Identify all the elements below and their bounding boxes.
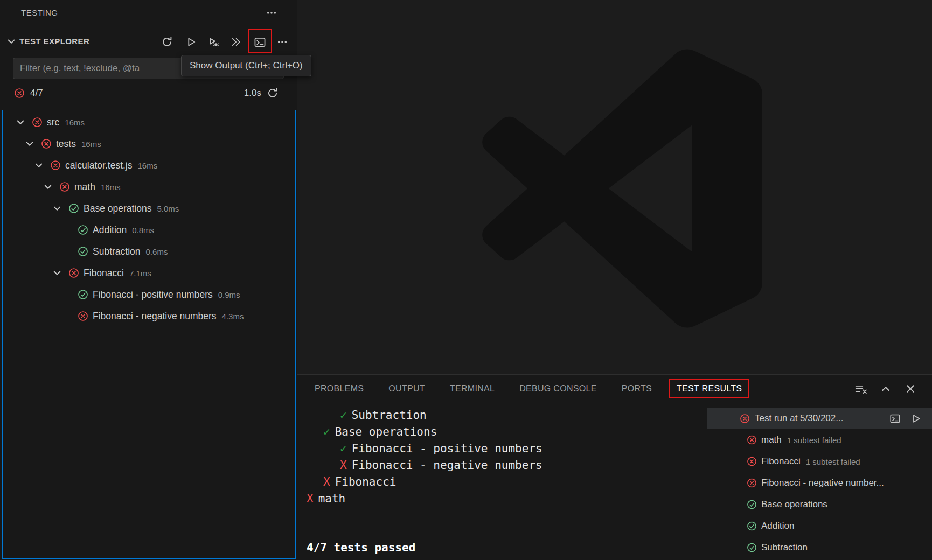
result-label: Fibonacci - negative number... — [761, 478, 884, 488]
test-duration: 16ms — [101, 183, 121, 192]
tab-debug-console[interactable]: DEBUG CONSOLE — [512, 379, 604, 398]
test-label: Fibonacci - positive numbers — [93, 289, 213, 300]
test-status-icon — [78, 289, 88, 300]
test-status-icon — [747, 478, 757, 488]
test-status-icon — [740, 414, 750, 424]
test-label: calculator.test.js — [65, 160, 133, 171]
test-summary: 4/7 tests passed — [307, 540, 542, 556]
annotation-box-show-output — [248, 29, 272, 53]
more-actions-icon[interactable] — [275, 34, 290, 50]
chevron-down-icon[interactable] — [50, 266, 64, 280]
test-status-icon — [41, 138, 52, 149]
result-list-item[interactable]: Addition — [707, 515, 932, 537]
result-list-item[interactable]: math 1 subtest failed — [707, 429, 932, 451]
test-tree-item[interactable]: Subtraction 0.6ms — [3, 241, 295, 262]
test-status-icon — [747, 435, 757, 445]
output-line: XFibonacci — [307, 474, 542, 491]
test-label: Base operations — [84, 203, 151, 214]
testing-sidebar: TESTING TEST EXPLORER 4/7 1.0s — [0, 0, 297, 560]
output-line: ✓Fibonacci - positive numbers — [307, 440, 542, 457]
failed-tests-icon — [14, 88, 25, 99]
result-detail: 1 subtest failed — [806, 457, 860, 466]
vscode-logo — [482, 48, 762, 328]
test-tree-item[interactable]: Base operations 5.0ms — [3, 198, 295, 219]
tab-terminal[interactable]: TERMINAL — [442, 379, 502, 398]
test-duration: 16ms — [65, 118, 85, 127]
test-status-icon — [747, 521, 757, 531]
vscode-window: { "colors": { "pass": "#73c991", "fail":… — [0, 0, 932, 560]
rerun-icon[interactable] — [267, 87, 279, 99]
test-tree-item[interactable]: Addition 0.8ms — [3, 219, 295, 241]
result-mark: ✓ — [340, 409, 347, 422]
chevron-down-icon[interactable] — [50, 201, 64, 215]
chevron-down-icon[interactable] — [13, 115, 27, 129]
output-line: ✓Subtraction — [307, 407, 542, 424]
test-status-icon — [78, 311, 88, 321]
test-label: tests — [56, 138, 76, 150]
test-tree-item[interactable]: Fibonacci - negative numbers 4.3ms — [3, 305, 295, 327]
refresh-tests-icon[interactable] — [159, 34, 175, 50]
test-tree-item[interactable]: Fibonacci - positive numbers 0.9ms — [3, 284, 295, 305]
tab-test-results[interactable]: TEST RESULTS — [669, 379, 749, 398]
close-panel-icon[interactable] — [903, 381, 918, 396]
result-label: Subtraction — [761, 542, 808, 553]
run-duration: 1.0s — [244, 88, 261, 99]
tab-ports[interactable]: PORTS — [614, 379, 659, 398]
tab-problems[interactable]: PROBLEMS — [307, 379, 371, 398]
test-status-icon — [747, 457, 757, 467]
test-label: Fibonacci — [84, 268, 124, 279]
test-tree-item[interactable]: tests 16ms — [3, 133, 295, 155]
panel-actions — [853, 381, 918, 396]
editor-area — [297, 0, 932, 374]
tab-output[interactable]: OUTPUT — [381, 379, 433, 398]
test-duration: 5.0ms — [157, 204, 179, 213]
test-status-icon — [78, 225, 88, 235]
result-mark: ✓ — [340, 442, 347, 455]
test-tree-item[interactable]: Fibonacci 7.1ms — [3, 262, 295, 284]
test-duration: 7.1ms — [129, 269, 151, 278]
section-chevron-down-icon[interactable] — [4, 34, 18, 48]
test-output: ✓Subtraction✓Base operations✓Fibonacci -… — [307, 403, 542, 556]
result-label: Addition — [761, 521, 794, 531]
chevron-down-icon[interactable] — [23, 137, 37, 151]
test-status-icon — [68, 203, 79, 214]
test-tree-item[interactable]: calculator.test.js 16ms — [3, 155, 295, 176]
test-duration: 4.3ms — [222, 312, 244, 321]
run-with-coverage-icon[interactable] — [228, 34, 244, 50]
test-status-icon — [50, 160, 61, 171]
result-mark: ✓ — [323, 425, 330, 438]
result-list-item[interactable]: Base operations — [707, 494, 932, 515]
clear-results-icon[interactable] — [853, 381, 868, 396]
test-tree-item[interactable]: src 16ms — [3, 111, 295, 133]
rerun-tests-icon[interactable] — [909, 412, 921, 424]
result-mark: X — [307, 492, 314, 505]
result-list-item[interactable]: Subtraction — [707, 537, 932, 558]
output-line: Xmath — [307, 491, 542, 507]
result-label: Fibonacci — [761, 456, 801, 467]
output-line: XFibonacci - negative numbers — [307, 457, 542, 474]
result-list-item[interactable]: Fibonacci - negative number... — [707, 472, 932, 494]
debug-tests-icon[interactable] — [206, 34, 221, 50]
test-tree-item[interactable]: math 16ms — [3, 176, 295, 198]
test-duration: 0.8ms — [132, 226, 154, 235]
test-status-icon — [747, 500, 757, 510]
maximize-panel-icon[interactable] — [878, 381, 893, 396]
run-terminal-icon[interactable] — [889, 412, 901, 424]
test-duration: 16ms — [81, 139, 101, 149]
run-tests-icon[interactable] — [183, 34, 198, 50]
result-mark: X — [323, 475, 330, 488]
test-duration: 0.6ms — [146, 247, 168, 256]
chevron-down-icon[interactable] — [41, 180, 55, 194]
show-output-tooltip: Show Output (Ctrl+; Ctrl+O) — [181, 55, 311, 76]
test-label: Fibonacci - negative numbers — [93, 311, 217, 322]
test-status-icon — [68, 268, 79, 278]
result-list-item[interactable]: Fibonacci 1 subtest failed — [707, 451, 932, 472]
section-title: TEST EXPLORER — [19, 37, 89, 46]
panel-tabs: PROBLEMSOUTPUTTERMINALDEBUG CONSOLEPORTS… — [297, 375, 759, 403]
test-run-row[interactable]: Test run at 5/30/202... — [707, 408, 932, 429]
chevron-down-icon[interactable] — [32, 158, 46, 172]
test-label: src — [47, 117, 59, 128]
test-label: Addition — [93, 225, 127, 236]
sidebar-title: TESTING — [21, 8, 58, 17]
sidebar-more-icon[interactable] — [264, 5, 279, 20]
